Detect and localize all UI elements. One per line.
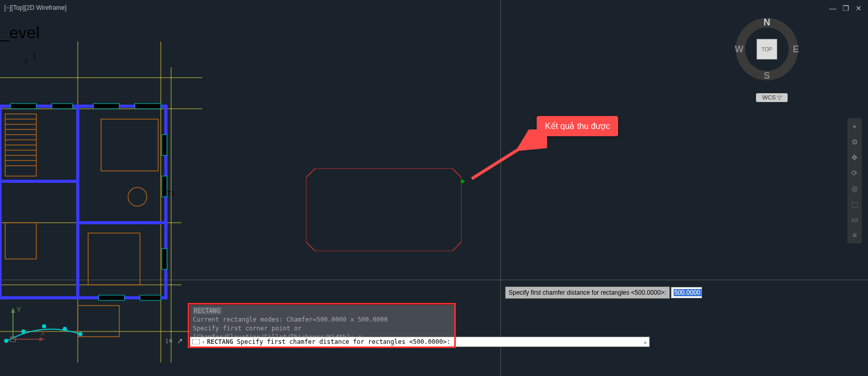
svg-marker-48 — [11, 308, 15, 313]
svg-text:Y: Y — [17, 306, 21, 313]
svg-rect-12 — [10, 104, 36, 109]
svg-rect-36 — [78, 306, 119, 337]
expand-history-icon[interactable]: ▴ — [643, 338, 647, 345]
minimize-icon[interactable]: — — [829, 4, 836, 12]
svg-rect-13 — [52, 104, 73, 109]
close-icon[interactable]: ✕ — [856, 4, 862, 12]
dynamic-input-label: Specify first chamfer distance for recta… — [505, 286, 670, 299]
command-line-icon — [192, 339, 200, 344]
svg-point-41 — [79, 332, 82, 336]
nav-zoom-icon[interactable]: ✥ — [849, 152, 860, 163]
navigation-bar: ⌖ ⚙ ✥ ⟳ ◎ ⬚ ▭ ≡ — [847, 118, 862, 243]
crosshair-vertical — [500, 0, 501, 376]
nav-menu-icon[interactable]: ≡ — [849, 230, 860, 240]
nav-item-icon[interactable]: ▭ — [849, 214, 860, 225]
svg-text:X: X — [40, 329, 45, 337]
svg-rect-32 — [101, 119, 158, 171]
compass-north[interactable]: N — [764, 17, 771, 28]
command-name: RECTANG — [193, 307, 221, 314]
viewcube-top-face[interactable]: TOP — [757, 39, 777, 60]
compass-south[interactable]: S — [764, 70, 770, 81]
drawing-canvas[interactable]: [−][Top][2D Wireframe] _evel — ❐ ✕ TOP N… — [0, 0, 868, 376]
result-rectangle — [306, 168, 461, 251]
nav-orbit-icon[interactable]: ⟳ — [849, 168, 860, 178]
svg-rect-18 — [162, 249, 167, 269]
annotation-callout: Kết quả thu được — [537, 116, 618, 136]
svg-text:T1: T1 — [167, 190, 175, 197]
svg-line-46 — [472, 135, 542, 179]
compass-west[interactable]: W — [735, 44, 744, 55]
svg-rect-20 — [140, 295, 161, 300]
svg-marker-45 — [306, 168, 461, 251]
compass-east[interactable]: E — [793, 44, 799, 55]
svg-marker-51 — [39, 337, 45, 341]
dynamic-input-prompt: Specify first chamfer distance for recta… — [505, 286, 702, 299]
dynamic-input-field[interactable]: 500.0000 — [671, 287, 702, 298]
level-text: _evel — [0, 23, 40, 42]
svg-rect-35 — [88, 233, 140, 285]
nav-item-icon[interactable]: ⬚ — [849, 199, 860, 209]
viewcube[interactable]: TOP N S W E — [736, 18, 798, 80]
nav-showmotion-icon[interactable]: ◎ — [849, 183, 860, 194]
svg-rect-34 — [5, 223, 36, 259]
ucs-icon[interactable]: Y X — [5, 306, 47, 347]
annotation-arrow-icon — [464, 129, 547, 186]
cmd-tool-icon[interactable]: ↗ — [177, 337, 183, 345]
svg-point-40 — [63, 327, 66, 330]
cmd-tool-icon[interactable]: ⫶× — [165, 337, 173, 345]
window-controls: — ❐ ✕ — [829, 4, 862, 12]
svg-rect-19 — [99, 295, 124, 300]
svg-rect-15 — [135, 104, 161, 109]
nav-pan-icon[interactable]: ⚙ — [849, 137, 860, 147]
command-line[interactable]: ▾ RECTANG Specify first chamfer distance… — [190, 337, 650, 347]
wcs-badge[interactable]: WCS ▽ — [756, 93, 788, 102]
nav-wheel-icon[interactable]: ⌖ — [849, 121, 860, 132]
svg-text:1: 1 — [33, 52, 36, 60]
svg-text:┌: ┌ — [23, 55, 29, 65]
command-history-line: Current rectangle modes: Chamfer=500.000… — [193, 315, 451, 324]
svg-point-33 — [128, 187, 147, 206]
viewport-label[interactable]: [−][Top][2D Wireframe] — [4, 4, 66, 11]
command-tool-icons: ⫶× ↗ — [165, 337, 183, 345]
svg-rect-17 — [162, 176, 167, 197]
command-line-text: RECTANG Specify first chamfer distance f… — [207, 338, 451, 345]
chevron-down-icon[interactable]: ▾ — [202, 339, 205, 345]
restore-icon[interactable]: ❐ — [843, 4, 849, 12]
svg-rect-14 — [93, 104, 119, 109]
svg-rect-16 — [162, 135, 167, 155]
